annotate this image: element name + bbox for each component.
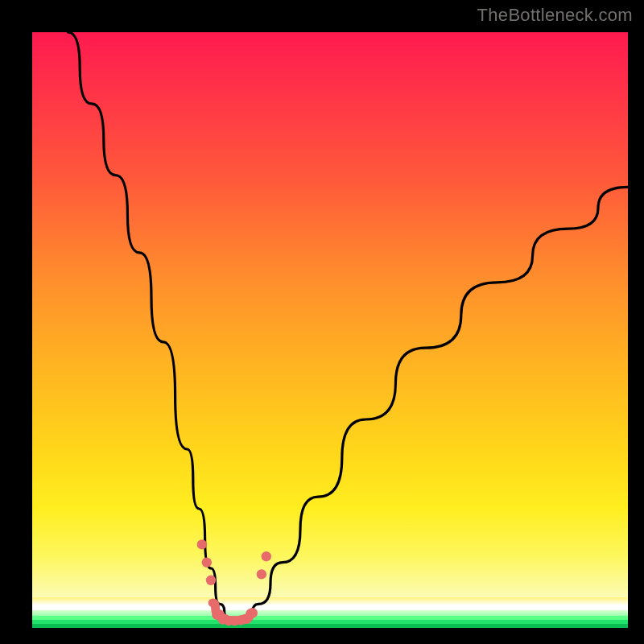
chart-area xyxy=(32,32,628,628)
highlight-dot xyxy=(248,608,258,617)
bottleneck-curve xyxy=(68,32,628,621)
chart-svg xyxy=(32,32,628,628)
highlight-dot xyxy=(206,576,216,585)
watermark: TheBottleneck.com xyxy=(477,5,633,26)
highlight-dot xyxy=(202,557,212,567)
highlight-dot xyxy=(262,551,271,561)
highlight-dot xyxy=(257,569,266,579)
highlight-dot xyxy=(197,539,207,549)
